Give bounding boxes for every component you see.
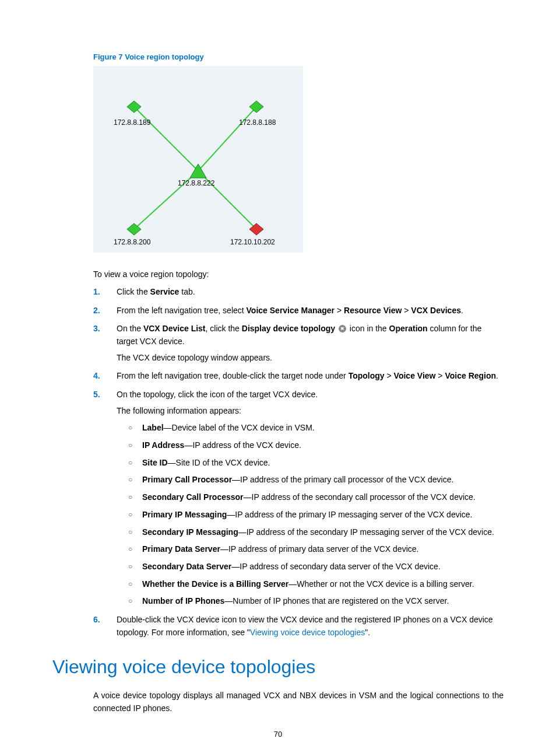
step-3-subtext: The VCX device topology window appears. xyxy=(117,352,504,365)
step-4: 4. From the left navigation tree, double… xyxy=(93,370,504,383)
section-title: Viewing voice device topologies xyxy=(52,656,504,678)
step-6: 6. Double-click the VCX device icon to v… xyxy=(93,614,504,639)
step-3: 3. On the VCX Device List, click the Dis… xyxy=(93,323,504,364)
list-item: Primary Call Processor—IP address of the… xyxy=(128,474,504,487)
step-text: Click the xyxy=(117,287,150,296)
node-label-222: 172.8.8.222 xyxy=(178,179,214,187)
node-label-188: 172.8.8.188 xyxy=(239,118,276,127)
bold-service: Service xyxy=(150,287,180,296)
step-1: 1. Click the Service tab. xyxy=(93,286,504,299)
list-item: Primary Data Server—IP address of primar… xyxy=(128,543,504,556)
steps-list: 1. Click the Service tab. 2. From the le… xyxy=(93,286,504,639)
svg-line-1 xyxy=(198,107,256,171)
page-number: 70 xyxy=(0,730,556,738)
step-number: 2. xyxy=(93,304,100,317)
step-5: 5. On the topology, click the icon of th… xyxy=(93,388,504,608)
step-2: 2. From the left navigation tree, select… xyxy=(93,304,504,317)
display-topology-icon xyxy=(339,325,346,332)
svg-line-0 xyxy=(134,107,198,171)
step-number: 6. xyxy=(93,614,100,626)
link-viewing-voice-device-topologies[interactable]: Viewing voice device topologies xyxy=(250,628,365,637)
step-5-subtext: The following information appears: xyxy=(117,405,504,418)
list-item: Whether the Device is a Billing Server—W… xyxy=(128,578,504,591)
figure-caption: Figure 7 Voice region topology xyxy=(93,52,504,61)
step-number: 5. xyxy=(93,388,100,401)
node-label-202: 172.10.10.202 xyxy=(230,238,275,246)
node-label-200: 172.8.8.200 xyxy=(114,238,150,246)
list-item: Secondary IP Messaging—IP address of the… xyxy=(128,526,504,539)
list-item: Number of IP Phones—Number of IP phones … xyxy=(128,595,504,608)
step-number: 3. xyxy=(93,323,100,335)
list-item: IP Address—IP address of the VCX device. xyxy=(128,439,504,452)
step-number: 1. xyxy=(93,286,100,299)
intro-text: To view a voice region topology: xyxy=(93,269,504,280)
topology-diagram: 172.8.8.189 172.8.8.188 172.8.8.222 172.… xyxy=(93,66,303,253)
list-item: Site ID—Site ID of the VCX device. xyxy=(128,457,504,470)
list-item: Label—Device label of the VCX device in … xyxy=(128,422,504,435)
step-number: 4. xyxy=(93,370,100,383)
section-paragraph: A voice device topology displays all man… xyxy=(93,690,504,715)
list-item: Primary IP Messaging—IP address of the p… xyxy=(128,509,504,522)
node-label-189: 172.8.8.189 xyxy=(114,118,150,127)
svg-marker-5 xyxy=(249,101,263,113)
list-item: Secondary Data Server—IP address of seco… xyxy=(128,561,504,573)
info-list: Label—Device label of the VCX device in … xyxy=(128,422,504,608)
list-item: Secondary Call Processor—IP address of t… xyxy=(128,491,504,504)
